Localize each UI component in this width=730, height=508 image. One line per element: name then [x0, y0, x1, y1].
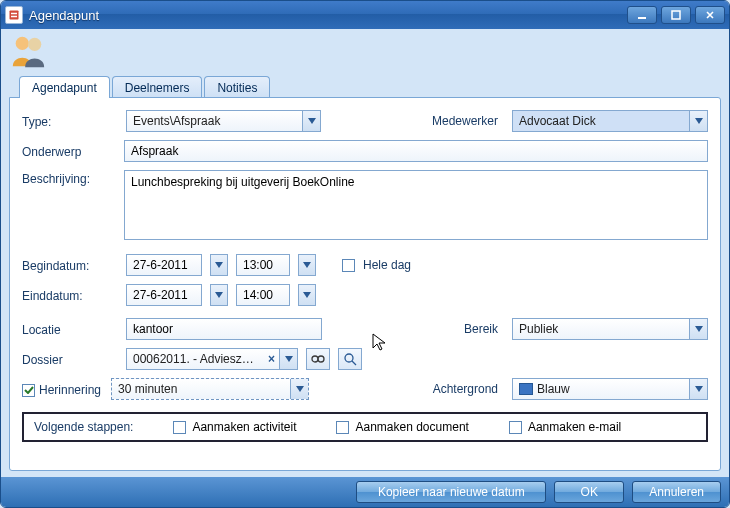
tab-label: Agendapunt — [32, 81, 97, 95]
dialog-footer: Kopieer naar nieuwe datum OK Annuleren — [1, 477, 729, 507]
minimize-button[interactable] — [627, 6, 657, 24]
eindtijd-input[interactable] — [236, 284, 290, 306]
chevron-down-icon[interactable] — [689, 111, 707, 131]
dossier-browse-button[interactable] — [306, 348, 330, 370]
svg-rect-3 — [638, 17, 646, 19]
begindatum-label: Begindatum: — [22, 257, 118, 273]
achtergrond-label: Achtergrond — [414, 382, 504, 396]
locatie-input[interactable] — [126, 318, 322, 340]
dossier-select[interactable]: 00062011. - Advieszaak aute × — [126, 348, 298, 370]
medewerker-label: Medewerker — [414, 114, 504, 128]
volgende-stappen-label: Volgende stappen: — [34, 420, 133, 434]
tab-notities[interactable]: Notities — [204, 76, 270, 98]
svg-point-5 — [16, 37, 29, 50]
app-icon — [5, 6, 23, 24]
magnifier-icon — [343, 352, 357, 366]
svg-point-8 — [318, 356, 324, 362]
einddatum-picker-button[interactable] — [210, 284, 228, 306]
svg-line-10 — [352, 361, 356, 365]
people-icon — [9, 59, 47, 73]
begintijd-picker-button[interactable] — [298, 254, 316, 276]
herinnering-label: Herinnering — [39, 383, 101, 397]
dossier-clear-icon[interactable]: × — [264, 352, 279, 366]
form-panel: Type: Events\Afspraak Medewerker Advocaa… — [9, 97, 721, 471]
binoculars-icon — [311, 353, 325, 365]
aanmaken-activiteit-checkbox[interactable] — [173, 421, 186, 434]
bereik-select[interactable]: Publiek — [512, 318, 708, 340]
aanmaken-email-label: Aanmaken e-mail — [528, 420, 621, 434]
einddatum-input[interactable] — [126, 284, 202, 306]
svg-rect-2 — [11, 16, 17, 18]
tab-label: Notities — [217, 81, 257, 95]
einddatum-label: Einddatum: — [22, 287, 118, 303]
agendapunt-window: Agendapunt Agendapunt Deelnemers Notitie… — [0, 0, 730, 508]
chevron-down-icon[interactable] — [302, 111, 320, 131]
begintijd-input[interactable] — [236, 254, 290, 276]
bereik-label: Bereik — [414, 322, 504, 336]
begindatum-picker-button[interactable] — [210, 254, 228, 276]
kopieer-button[interactable]: Kopieer naar nieuwe datum — [356, 481, 546, 503]
svg-point-6 — [28, 38, 41, 51]
herinnering-select[interactable]: 30 minuten — [111, 378, 309, 400]
toolbar — [1, 29, 729, 73]
maximize-button[interactable] — [661, 6, 691, 24]
tab-label: Deelnemers — [125, 81, 190, 95]
begindatum-input[interactable] — [126, 254, 202, 276]
chevron-down-icon[interactable] — [290, 379, 308, 399]
svg-point-7 — [312, 356, 318, 362]
medewerker-select[interactable]: Advocaat Dick — [512, 110, 708, 132]
onderwerp-label: Onderwerp — [22, 143, 116, 159]
svg-rect-1 — [11, 13, 17, 15]
beschrijving-textarea[interactable]: Lunchbespreking bij uitgeverij BoekOnlin… — [124, 170, 708, 240]
titlebar: Agendapunt — [1, 1, 729, 29]
aanmaken-document-checkbox[interactable] — [336, 421, 349, 434]
aanmaken-document-label: Aanmaken document — [355, 420, 468, 434]
ok-button[interactable]: OK — [554, 481, 624, 503]
heledag-label: Hele dag — [363, 258, 411, 272]
color-swatch-icon — [519, 383, 533, 395]
annuleren-button[interactable]: Annuleren — [632, 481, 721, 503]
tab-agendapunt[interactable]: Agendapunt — [19, 76, 110, 98]
dossier-label: Dossier — [22, 351, 118, 367]
chevron-down-icon[interactable] — [689, 319, 707, 339]
svg-rect-4 — [672, 11, 680, 19]
eindtijd-picker-button[interactable] — [298, 284, 316, 306]
achtergrond-select[interactable]: Blauw — [512, 378, 708, 400]
window-title: Agendapunt — [29, 8, 621, 23]
heledag-checkbox[interactable] — [342, 259, 355, 272]
svg-point-9 — [345, 354, 353, 362]
locatie-label: Locatie — [22, 321, 118, 337]
aanmaken-activiteit-label: Aanmaken activiteit — [192, 420, 296, 434]
volgende-stappen-box: Volgende stappen: Aanmaken activiteit Aa… — [22, 412, 708, 442]
close-button[interactable] — [695, 6, 725, 24]
tabstrip: Agendapunt Deelnemers Notities — [9, 73, 721, 97]
chevron-down-icon[interactable] — [279, 349, 297, 369]
chevron-down-icon[interactable] — [689, 379, 707, 399]
dossier-search-button[interactable] — [338, 348, 362, 370]
type-select[interactable]: Events\Afspraak — [126, 110, 321, 132]
tab-deelnemers[interactable]: Deelnemers — [112, 76, 203, 98]
svg-rect-0 — [10, 11, 19, 20]
aanmaken-email-checkbox[interactable] — [509, 421, 522, 434]
herinnering-checkbox[interactable] — [22, 384, 35, 397]
beschrijving-label: Beschrijving: — [22, 170, 116, 186]
type-label: Type: — [22, 113, 118, 129]
onderwerp-input[interactable] — [124, 140, 708, 162]
